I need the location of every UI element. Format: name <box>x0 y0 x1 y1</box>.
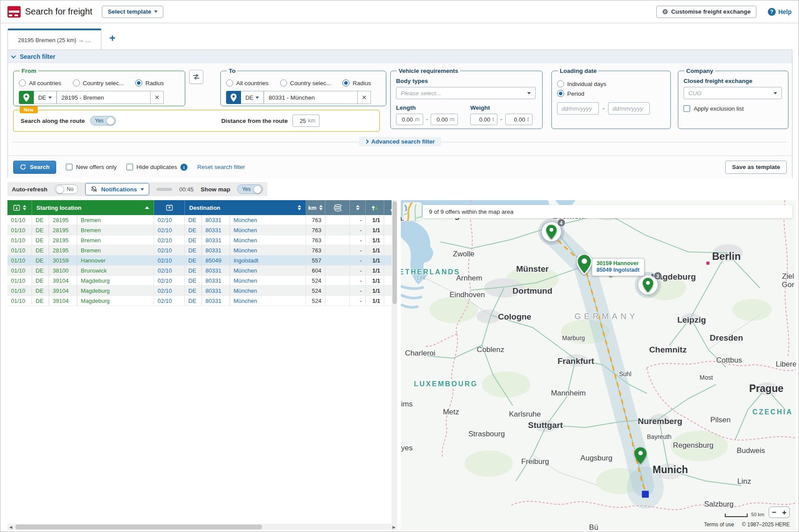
question-icon: ? <box>768 8 776 16</box>
period-radio[interactable]: Period <box>557 90 665 97</box>
terms-of-use-link[interactable]: Terms of use <box>704 521 734 528</box>
scroll-left-icon[interactable]: ◀ <box>7 524 14 530</box>
from-country-selection-radio[interactable]: Country selec... <box>73 79 124 86</box>
search-filter-header[interactable]: Search filter <box>8 50 792 63</box>
to-all-countries-radio[interactable]: All countries <box>226 79 269 86</box>
advanced-search-filter-link[interactable]: Advanced search filter <box>359 137 441 146</box>
map-zoom-controls: − + <box>769 507 790 518</box>
map-base-layer <box>401 200 796 530</box>
help-link[interactable]: ? Help <box>768 8 792 16</box>
table-row[interactable]: 01/10DE38100Brunswick02/10DE80331München… <box>7 266 397 276</box>
swap-arrows-icon <box>192 73 200 80</box>
results-toolbar: Auto-refresh No Notifications 00:45 Show… <box>7 182 267 196</box>
new-offers-only-checkbox[interactable]: New offers only <box>66 164 117 170</box>
table-row[interactable]: 01/10DE39104Magdeburg02/10DE80331München… <box>7 286 397 296</box>
from-fieldset: From All countries Country selec... Radi… <box>13 68 185 106</box>
loads-column-header[interactable] <box>366 200 384 215</box>
from-location-input[interactable]: 28195 - Bremen <box>57 91 151 104</box>
auto-refresh-toggle[interactable]: No <box>54 184 78 194</box>
refresh-timer: 00:45 <box>179 186 194 193</box>
page-title: Search for freight <box>25 7 92 17</box>
zoom-out-button[interactable]: − <box>769 507 779 518</box>
add-tab-button[interactable]: + <box>109 33 115 43</box>
ingolstadt-marker[interactable] <box>634 447 647 466</box>
table-row[interactable]: 01/10DE28195Bremen02/10DE80331München763… <box>7 215 397 225</box>
new-badge: New <box>20 106 38 113</box>
from-clear-icon[interactable]: ✕ <box>151 91 164 104</box>
hide-duplicates-checkbox[interactable]: Hide duplicates i <box>126 164 187 171</box>
km-column-header[interactable]: km <box>306 200 325 215</box>
to-country-select[interactable]: DE <box>241 91 264 104</box>
sort-column-header[interactable] <box>350 200 366 215</box>
from-radius-radio[interactable]: Radius <box>135 79 164 86</box>
show-map-toggle[interactable]: Yes <box>237 184 263 194</box>
bremen-marker[interactable]: 4 <box>542 222 561 241</box>
cluster-count-badge: 3 <box>654 272 662 280</box>
to-location-input[interactable]: 80331 - München <box>264 91 358 104</box>
length-from-input[interactable]: 0.00m <box>396 114 423 125</box>
table-row[interactable]: 01/10DE39104Magdeburg02/10DE80331München… <box>7 276 397 286</box>
from-all-countries-radio[interactable]: All countries <box>19 79 61 86</box>
loading-date-column-header[interactable] <box>7 200 32 215</box>
save-as-template-button[interactable]: Save as template <box>725 161 787 174</box>
notifications-button[interactable]: Notifications <box>85 183 149 195</box>
table-row[interactable]: 01/10DE39104Magdeburg02/10DE80331München… <box>7 296 397 306</box>
destination-column-header[interactable]: Destination <box>185 200 306 215</box>
cluster-count-badge: 4 <box>557 219 565 227</box>
route-distance-input[interactable]: 25km <box>292 115 320 127</box>
apply-exclusion-list-checkbox[interactable]: Apply exclusion list <box>684 105 783 112</box>
sort-icon <box>23 205 26 210</box>
map-area[interactable]: GroningenardenBremenZwolleNETHERLANDSLek… <box>401 200 796 530</box>
munich-destination-marker[interactable] <box>642 491 649 498</box>
load-arrows-icon <box>371 204 379 212</box>
from-country-select[interactable]: DE <box>34 91 57 104</box>
price-column-header[interactable] <box>325 200 350 215</box>
period-end-input[interactable]: dd/mm/yyyy <box>608 102 650 115</box>
to-country-selection-radio[interactable]: Country selec... <box>280 79 331 86</box>
search-button[interactable]: Search <box>13 161 56 174</box>
weight-from-input[interactable]: 0.00t <box>470 114 497 125</box>
period-start-input[interactable]: dd/mm/yyyy <box>557 102 599 115</box>
magdeburg-marker[interactable]: 3 <box>638 275 658 295</box>
vertical-scrollbar[interactable] <box>392 200 397 524</box>
refresh-progress-bar <box>156 188 172 191</box>
customise-freight-exchange-button[interactable]: ⚙ Customise freight exchange <box>656 6 756 18</box>
individual-days-radio[interactable]: Individual days <box>557 80 665 87</box>
info-icon[interactable]: i <box>180 164 187 171</box>
table-row[interactable]: 01/10DE30159Hannover02/10DE85049Ingolsta… <box>7 255 397 266</box>
calendar-unloading-icon <box>166 204 173 211</box>
hannover-marker[interactable] <box>577 254 592 276</box>
unloading-date-column-header[interactable] <box>154 200 185 215</box>
zoom-in-button[interactable]: + <box>779 507 789 518</box>
reset-search-filter-link[interactable]: Reset search filter <box>197 164 245 170</box>
sort-icon <box>298 205 301 210</box>
closed-freight-exchange-select[interactable]: CUG <box>684 87 782 99</box>
to-clear-icon[interactable]: ✕ <box>358 91 371 104</box>
length-to-input[interactable]: 0.00m <box>431 114 458 125</box>
weight-to-input[interactable]: 0.00t <box>505 114 533 125</box>
calendar-loading-icon <box>13 204 20 211</box>
swap-from-to-button[interactable] <box>189 70 203 84</box>
table-row[interactable]: 01/10DE28195Bremen02/10DE80331München763… <box>7 235 397 245</box>
horizontal-scrollbar[interactable]: ◀ ▶ <box>7 524 397 530</box>
scroll-right-icon[interactable]: ▶ <box>391 524 397 530</box>
bell-slash-icon <box>90 186 97 193</box>
search-filter-panel: Search filter From All countries Country… <box>7 50 792 178</box>
refresh-icon <box>20 164 26 170</box>
chevron-down-icon <box>140 188 144 191</box>
search-along-route-toggle[interactable]: Yes <box>90 116 116 126</box>
route-thumbnail-icon[interactable] <box>403 202 422 221</box>
scrollbar-thumb[interactable] <box>392 201 397 304</box>
starting-location-column-header[interactable]: Starting location <box>32 200 154 215</box>
tab-search-bremen[interactable]: 28195 Bremen (25 km) → … <box>7 29 101 50</box>
table-row[interactable]: 01/10DE28195Bremen02/10DE80331München763… <box>7 245 397 255</box>
table-row[interactable]: 01/10DE28195Bremen02/10DE80331München763… <box>7 225 397 235</box>
location-pin-icon <box>19 91 34 104</box>
filter-action-row: Search New offers only Hide duplicates i… <box>8 155 792 178</box>
location-pin-icon <box>226 91 241 104</box>
scrollbar-thumb[interactable] <box>15 525 262 529</box>
map-scale: 50 km <box>725 512 764 517</box>
body-types-select[interactable]: Please select... <box>396 87 536 99</box>
select-template-button[interactable]: Select template <box>102 6 163 18</box>
to-radius-radio[interactable]: Radius <box>342 79 371 86</box>
